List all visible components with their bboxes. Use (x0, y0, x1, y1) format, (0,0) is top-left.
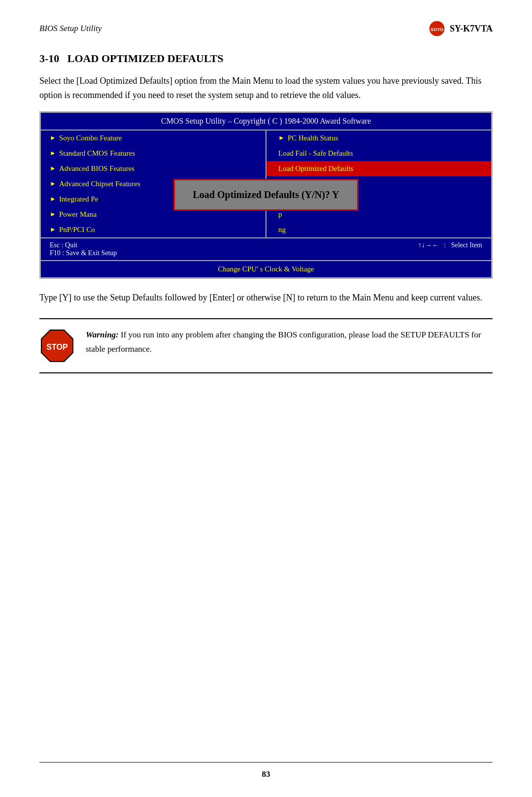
bios-footer: Esc : Quit ↑↓→← : Select Item F10 : Save… (41, 237, 491, 260)
bios-item-label: Load Fail - Safe Defaults (278, 149, 353, 158)
arrow-icon: ► (50, 226, 56, 233)
bios-item-right-6: ng (266, 222, 491, 237)
bios-item-label: p (278, 210, 282, 219)
bios-item-label: Integrated Pe (59, 195, 99, 203)
arrow-icon: ► (50, 180, 56, 188)
bios-item-label: Power Mana (59, 210, 97, 219)
warning-text: Warning: If you run into any problem aft… (86, 328, 493, 357)
bios-item-label: Load Optimized Defaults (278, 165, 353, 173)
bios-item-load-optimized[interactable]: Load Optimized Defaults (266, 161, 491, 176)
bios-item-advanced-bios[interactable]: ► Advanced BIOS Features (41, 161, 266, 176)
page: BIOS Setup Utility SOYO SY-K7VTA 3-10 LO… (0, 0, 532, 797)
arrow-icon: ► (278, 134, 285, 142)
arrow-icon: ► (50, 165, 56, 172)
bios-esc-label: Esc : Quit (50, 241, 77, 249)
bios-title-bar: CMOS Setup Utility – Copyright ( C ) 198… (41, 113, 491, 131)
bios-screen: CMOS Setup Utility – Copyright ( C ) 198… (39, 111, 493, 279)
bios-item-label: Advanced Chipset Features (59, 180, 140, 188)
arrow-icon: ► (50, 134, 56, 142)
bios-item-soyo-combo[interactable]: ► Soyo Combo Feature (41, 131, 266, 146)
intro-text: Select the [Load Optimized Defaults] opt… (39, 74, 493, 102)
bios-arrows-label: ↑↓→← : Select Item (418, 241, 482, 249)
section-heading: 3-10 LOAD OPTIMIZED DEFAULTS (39, 52, 493, 65)
bios-item-label: PC Health Status (288, 134, 338, 142)
bios-item-label: ng (278, 226, 286, 234)
bios-footer-row-1: Esc : Quit ↑↓→← : Select Item (50, 241, 482, 249)
bios-bottom-bar: Change CPU' s Clock & Voltage (41, 260, 491, 277)
warning-body: If you run into any problem after changi… (86, 330, 481, 354)
warning-section: STOP Warning: If you run into any proble… (39, 318, 493, 373)
bios-item-load-failsafe[interactable]: Load Fail - Safe Defaults (266, 146, 491, 161)
bios-dialog[interactable]: Load Optimized Defaults (Y/N)? Y (173, 179, 358, 211)
bottom-rule (39, 762, 493, 763)
bios-f10-label: F10 : Save & Exit Setup (50, 249, 117, 257)
post-bios-text: Type [Y] to use the Setup Defaults follo… (39, 291, 493, 305)
bios-item-label: Soyo Combo Feature (59, 134, 122, 142)
bios-item-label: Advanced BIOS Features (59, 165, 134, 173)
warning-bold: Warning: (86, 330, 119, 339)
header: BIOS Setup Utility SOYO SY-K7VTA (39, 20, 493, 37)
bios-item-label: PnP/PCI Co (59, 226, 95, 234)
header-title: BIOS Setup Utility (39, 24, 102, 33)
svg-text:SOYO: SOYO (431, 27, 443, 32)
bios-item-pnp[interactable]: ► PnP/PCI Co (41, 222, 266, 237)
arrow-icon: ► (50, 210, 56, 218)
soyo-logo-icon: SOYO (428, 20, 446, 37)
arrow-icon: ► (50, 149, 56, 157)
page-number: 83 (262, 769, 270, 779)
bios-item-label: Standard CMOS Features (59, 149, 135, 158)
arrow-icon: ► (50, 195, 56, 203)
bios-item-pc-health[interactable]: ► PC Health Status (266, 131, 491, 146)
svg-text:STOP: STOP (46, 343, 68, 351)
section-number: 3-10 (39, 52, 59, 65)
stop-sign-icon: STOP (39, 328, 75, 364)
bios-footer-row-2: F10 : Save & Exit Setup (50, 249, 482, 257)
bios-item-standard-cmos[interactable]: ► Standard CMOS Features (41, 146, 266, 161)
header-right: SOYO SY-K7VTA (428, 20, 493, 37)
bios-dialog-text: Load Optimized Defaults (Y/N)? Y (193, 189, 339, 200)
header-model: SY-K7VTA (450, 24, 493, 34)
section-title: LOAD OPTIMIZED DEFAULTS (67, 52, 224, 65)
